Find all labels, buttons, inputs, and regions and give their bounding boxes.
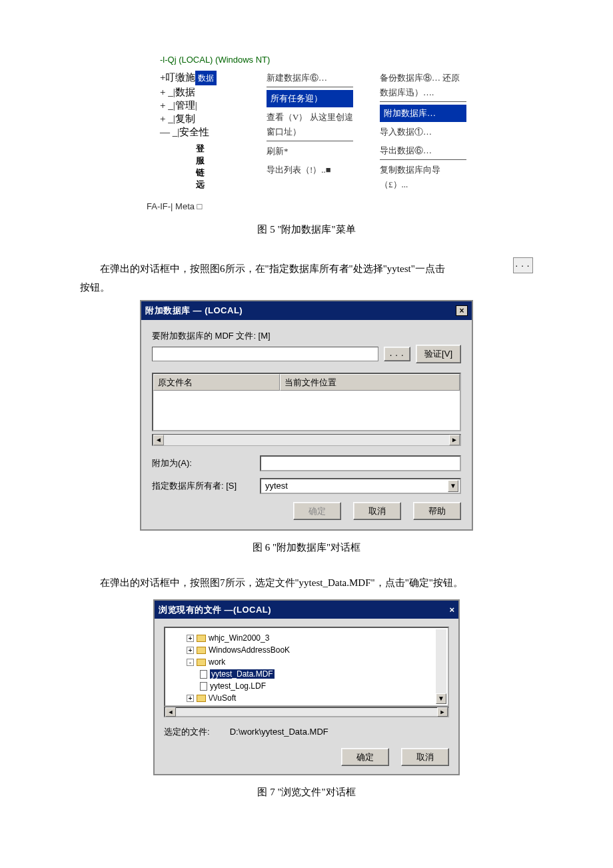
v-scrollbar[interactable]: ▼: [436, 629, 446, 704]
figure-5-caption: 图 5 "附加数据库"菜单: [80, 222, 533, 237]
scroll-left-icon[interactable]: ◄: [165, 707, 176, 717]
data-badge: 数据: [195, 71, 217, 85]
attach-as-label: 附加为(A):: [152, 457, 252, 470]
folder-icon: [197, 635, 206, 642]
browse-file-dialog: 浏览現有的文件 —(LOCAL) × +whjc_Win2000_3 +Wind…: [153, 599, 460, 776]
menu-item-view[interactable]: 查看（V） 从这里创違窗口址）: [267, 110, 353, 141]
tree-root: -l-Qj (LOCAL) (Windows NT): [160, 53, 533, 67]
folder-icon: [197, 647, 206, 654]
h-scrollbar[interactable]: ◄ ►: [164, 707, 449, 717]
context-menu-2[interactable]: 备份数据库⑧… 还原数据库迅）…. 附加数据库… 导入数据①… 导出数据⑥… 复…: [380, 71, 466, 196]
paragraph-7: 在弹出的对话框中，按照图7所示，选定文件"yytest_Data.MDF"，点击…: [80, 573, 533, 593]
selected-file-label: 选定的文件:: [164, 725, 210, 739]
file-icon: [200, 670, 207, 679]
tree-folder[interactable]: WindowsAddressBooK: [209, 645, 290, 655]
verify-button[interactable]: 验证[V]: [416, 345, 461, 363]
scroll-down-icon[interactable]: ▼: [436, 693, 446, 704]
tree-folder[interactable]: work: [209, 657, 225, 667]
tree-node: + _|管理|: [160, 99, 240, 112]
owner-dropdown[interactable]: yytest ▼: [260, 478, 461, 494]
browse-button[interactable]: ...: [384, 347, 410, 362]
folder-icon: [197, 659, 206, 666]
scroll-right-icon[interactable]: ►: [437, 707, 448, 717]
mdf-path-input[interactable]: [152, 347, 378, 361]
figure-5-meta: FA-IF-| Meta □: [147, 200, 533, 213]
tree-file-selected[interactable]: yytest_Data.MDF: [210, 669, 275, 679]
file-table: 原文件名 当前文件位置: [152, 373, 461, 431]
ok-button[interactable]: 确定: [341, 748, 389, 767]
menu-item-backup[interactable]: 备份数据库⑧… 还原数据库迅）….: [380, 71, 466, 102]
menu-item-attach[interactable]: 附加数据库…: [380, 105, 466, 122]
owner-value: yytest: [265, 479, 288, 493]
figure-6-caption: 图 6 "附加数据库"对话框: [80, 540, 533, 555]
figure-5-menu: -l-Qj (LOCAL) (Windows NT) +叮缴施数据 + _|数据…: [160, 53, 533, 213]
figure-7-caption: 图 7 "浏览文件"对话框: [80, 785, 533, 800]
col-current-loc: 当前文件位置: [280, 374, 460, 391]
tree-node: + _|数据: [160, 85, 240, 99]
dialog-title: 附加数据库 — (LOCAL): [145, 304, 243, 317]
col-original-name: 原文件名: [153, 374, 280, 391]
close-icon[interactable]: ×: [456, 305, 468, 316]
tree-node: — _|安全性: [160, 125, 240, 139]
mdf-label: 要附加数据库的 MDF 文件: [M]: [152, 329, 461, 343]
folder-icon: [197, 695, 206, 702]
menu-item-all-tasks[interactable]: 所有任务迎）: [267, 90, 353, 107]
menu-item-export-list[interactable]: 导出列表（!）..■: [267, 163, 353, 179]
expand-icon[interactable]: +: [187, 695, 194, 702]
menu-item-export[interactable]: 导出数据⑥…: [380, 143, 466, 160]
tree-node: +叮缴施数据: [160, 71, 240, 85]
paragraph-6a: 在弹出的对话框中，按照图6所示，在"指定数据库所有者"处选择"yytest"一点…: [80, 259, 508, 279]
cancel-button[interactable]: 取消: [401, 748, 449, 767]
h-scrollbar[interactable]: ◄ ►: [152, 434, 461, 446]
attach-db-dialog: 附加数据库 — (LOCAL) × 要附加数据库的 MDF 文件: [M] ..…: [140, 300, 473, 531]
chevron-down-icon[interactable]: ▼: [448, 480, 458, 492]
file-icon: [200, 682, 207, 691]
close-icon[interactable]: ×: [449, 603, 454, 617]
ok-button[interactable]: 确定: [293, 502, 341, 521]
dialog-title: 浏览現有的文件 —(LOCAL): [159, 603, 271, 617]
menu-item-refresh[interactable]: 刷新*: [267, 144, 353, 160]
file-tree[interactable]: +whjc_Win2000_3 +WindowsAddressBooK -wor…: [164, 627, 449, 707]
context-menu-1[interactable]: 新建数据库⑥… 所有任务迎） 查看（V） 从这里创違窗口址） 刷新* 导出列表（…: [267, 71, 353, 196]
menu-item-import[interactable]: 导入数据①…: [380, 125, 466, 141]
scroll-left-icon[interactable]: ◄: [153, 435, 164, 445]
attach-as-input[interactable]: [260, 455, 461, 471]
cancel-button[interactable]: 取消: [353, 502, 401, 521]
tree-leaf-icons: 登 服 链 远: [196, 143, 240, 191]
scroll-right-icon[interactable]: ►: [449, 435, 460, 445]
tree-node: + _|复制: [160, 112, 240, 125]
help-button[interactable]: 帮助: [413, 502, 461, 521]
menu-item-copy-wizard[interactable]: 复制数据库向导（£）...: [380, 163, 466, 193]
tree-folder[interactable]: \/\/uSoft: [209, 693, 236, 703]
expand-icon[interactable]: +: [187, 635, 194, 642]
collapse-icon[interactable]: -: [187, 659, 194, 666]
tree-folder[interactable]: whjc_Win2000_3: [209, 633, 269, 643]
menu-item-new-db[interactable]: 新建数据库⑥…: [267, 71, 353, 87]
selected-file-value: D:\work\yytest_Data.MDF: [230, 725, 328, 739]
expand-icon[interactable]: +: [187, 647, 194, 654]
browse-button-inline[interactable]: ...: [513, 257, 533, 273]
tree-file[interactable]: yytest_Log.LDF: [210, 681, 266, 691]
owner-label: 指定数据库所有者: [S]: [152, 479, 252, 493]
